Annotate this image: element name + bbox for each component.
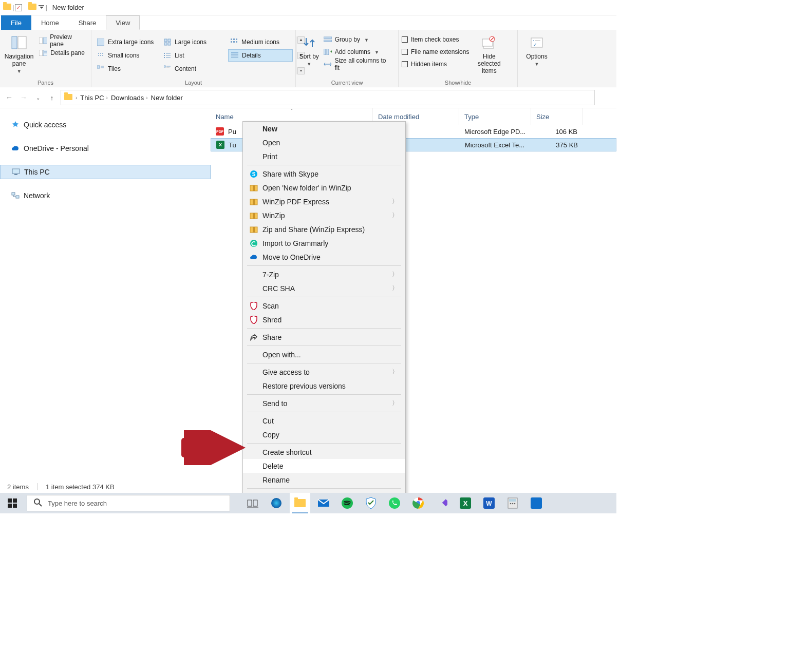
taskbar-mail[interactable] (313, 493, 334, 513)
context-menu-item[interactable]: Open (243, 136, 405, 149)
layout-details[interactable]: Details (228, 49, 293, 62)
address-bar[interactable]: › This PC› Downloads› New folder (61, 90, 595, 105)
tab-share[interactable]: Share (69, 15, 106, 30)
layout-large-icons[interactable]: Large icons (161, 36, 226, 48)
svg-rect-16 (231, 41, 232, 43)
monitor-icon (12, 168, 20, 176)
layout-extra-large-icons[interactable]: Extra large icons (95, 36, 159, 48)
context-menu-item[interactable]: Move to OneDrive (243, 250, 405, 264)
column-header-size[interactable]: Size (531, 108, 583, 125)
check-item-check-boxes[interactable]: Item check boxes (402, 34, 469, 45)
sidebar-item-network[interactable]: Network (0, 188, 211, 203)
sidebar-item-onedrive[interactable]: OneDrive - Personal (0, 141, 211, 156)
taskbar-app-purple[interactable] (431, 493, 452, 513)
layout-content[interactable]: Content (161, 63, 226, 75)
breadcrumb-new-folder[interactable]: New folder (151, 94, 183, 102)
share-icon (248, 333, 259, 341)
svg-rect-0 (12, 36, 17, 49)
context-menu-item[interactable]: Create shortcut (243, 445, 405, 459)
sidebar-item-quick-access[interactable]: Quick access (0, 118, 211, 132)
breadcrumb-this-pc[interactable]: This PC› (80, 94, 108, 102)
context-menu-item[interactable]: Shred (243, 313, 405, 327)
options-button[interactable]: ✓ Options ▼ (521, 32, 553, 67)
svg-point-19 (98, 53, 99, 54)
svg-point-93 (510, 503, 512, 505)
context-menu-item[interactable]: Open 'New folder' in WinZip (243, 181, 405, 195)
context-menu-item[interactable]: New (243, 122, 405, 136)
sidebar-item-this-pc[interactable]: This PC (0, 165, 211, 179)
context-menu-item[interactable]: Copy (243, 428, 405, 441)
start-button[interactable] (1, 493, 24, 513)
taskbar-task-view[interactable] (242, 493, 263, 513)
layout-list[interactable]: List (161, 49, 226, 62)
size-columns-fit-button[interactable]: Size all columns to fit (323, 59, 395, 70)
context-menu-item[interactable]: WinZip〉 (243, 208, 405, 222)
taskbar-app-blue[interactable] (526, 493, 547, 513)
context-menu-label: Give access to (262, 368, 392, 376)
taskbar-file-explorer[interactable] (290, 493, 310, 513)
context-menu-label: Delete (262, 462, 398, 470)
svg-rect-78 (253, 500, 257, 506)
tab-file[interactable]: File (1, 15, 31, 30)
chevron-right-icon: 〉 (392, 399, 398, 408)
context-menu-item[interactable]: Import to Grammarly (243, 236, 405, 250)
tab-home[interactable]: Home (31, 15, 69, 30)
preview-pane-button[interactable]: Preview pane (38, 35, 88, 46)
context-menu-item[interactable]: Rename (243, 473, 405, 487)
sort-by-button[interactable]: Sort by ▼ (299, 32, 320, 67)
context-menu-item[interactable]: 7-Zip〉 (243, 267, 405, 281)
navigation-pane-button[interactable]: Navigation pane ▼ (3, 32, 35, 74)
context-menu-item[interactable]: Open with... (243, 348, 405, 361)
layout-medium-icons[interactable]: Medium icons (228, 36, 293, 48)
taskbar-spotify[interactable] (337, 493, 358, 513)
qat-customize-dropdown[interactable] (39, 4, 44, 11)
check-hidden-items[interactable]: Hidden items (402, 59, 469, 70)
hide-selected-button[interactable]: Hide selected items (472, 32, 506, 74)
svg-point-21 (102, 53, 103, 54)
column-header-type[interactable]: Type (459, 108, 531, 125)
taskbar-excel[interactable]: X (455, 493, 476, 513)
context-menu-label: Open (262, 139, 398, 147)
taskbar: Type here to search X W (0, 493, 616, 513)
tab-view[interactable]: View (106, 15, 140, 30)
context-menu-label: Shred (262, 316, 398, 324)
winzip-icon (248, 225, 259, 234)
check-file-name-extensions[interactable]: File name extensions (402, 46, 469, 57)
taskbar-chrome[interactable] (408, 493, 428, 513)
taskbar-whatsapp[interactable] (384, 493, 405, 513)
group-by-button[interactable]: Group by▼ (323, 34, 395, 45)
context-menu-item[interactable]: Give access to〉 (243, 365, 405, 379)
context-menu-item[interactable]: Print (243, 149, 405, 163)
taskbar-edge[interactable] (266, 493, 287, 513)
taskbar-search[interactable]: Type here to search (27, 495, 230, 511)
layout-tiles[interactable]: Tiles (95, 63, 159, 75)
context-menu-item[interactable]: Share (243, 330, 405, 344)
context-menu-item[interactable]: WinZip PDF Express〉 (243, 195, 405, 208)
svg-point-23 (100, 55, 101, 56)
nav-back-button[interactable]: ← (4, 92, 14, 103)
add-columns-button[interactable]: +Add columns▼ (323, 46, 395, 57)
qat-save-icon[interactable]: ✓ (15, 4, 22, 11)
svg-rect-27 (164, 55, 165, 56)
ribbon-group-layout: Extra large icons Large icons Medium ico… (91, 30, 296, 87)
navigation-sidebar: Quick access OneDrive - Personal This PC… (0, 108, 211, 473)
context-menu-item[interactable]: Cut (243, 414, 405, 428)
context-menu-item[interactable]: Zip and Share (WinZip Express) (243, 222, 405, 236)
context-menu-item[interactable]: Delete (243, 459, 405, 473)
nav-forward-button[interactable]: → (18, 92, 29, 103)
taskbar-security[interactable] (361, 493, 381, 513)
nav-up-button[interactable]: ↑ (47, 93, 57, 102)
context-menu-item[interactable]: Scan (243, 299, 405, 313)
details-pane-button[interactable]: Details pane (38, 47, 88, 59)
context-menu-item[interactable]: CRC SHA〉 (243, 281, 405, 295)
svg-rect-3 (43, 37, 47, 44)
breadcrumb-downloads[interactable]: Downloads› (111, 94, 148, 102)
taskbar-word[interactable]: W (479, 493, 499, 513)
svg-rect-18 (236, 41, 237, 43)
context-menu-item[interactable]: Restore previous versions (243, 379, 405, 393)
context-menu-item[interactable]: SShare with Skype (243, 167, 405, 181)
layout-small-icons[interactable]: Small icons (95, 49, 159, 62)
nav-recent-dropdown[interactable]: ⌄ (33, 92, 43, 103)
taskbar-calculator[interactable] (502, 493, 523, 513)
context-menu-item[interactable]: Send to〉 (243, 396, 405, 410)
